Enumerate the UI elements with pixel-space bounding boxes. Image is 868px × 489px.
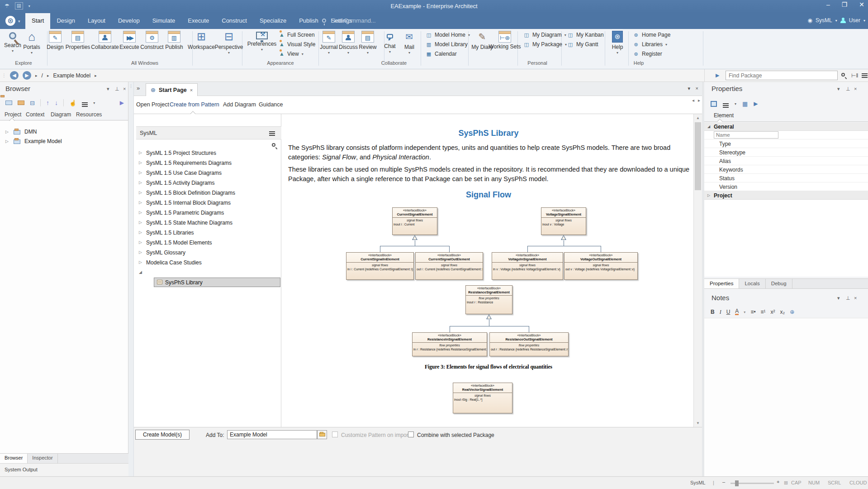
breadcrumb-arrow-icon[interactable]: ▸ [35, 73, 38, 78]
close-button[interactable]: ✕ [859, 1, 864, 8]
browser-menu-icon[interactable] [82, 102, 88, 103]
breadcrumb-item[interactable]: Example Model [53, 72, 90, 79]
expand-triangle-icon[interactable]: ▷ [5, 129, 9, 134]
pattern-item-sysphs[interactable]: ◢ [136, 268, 281, 278]
mail-button[interactable]: ✉ Mail ▾ [397, 31, 422, 55]
layout-grid-icon[interactable]: ⊞ [784, 480, 788, 486]
tab-locals[interactable]: Locals [739, 279, 765, 288]
ribbon-tab-simulate[interactable]: Simulate [146, 13, 182, 29]
property-row-stereotype[interactable]: Stereotype [704, 148, 868, 157]
tabstrip-close-icon[interactable]: × [696, 86, 698, 91]
tree-item-example-model[interactable]: ▷ Example Model [0, 137, 128, 146]
perspective-caret-icon[interactable]: ▾ [835, 19, 837, 23]
element-appearance-icon[interactable]: ▦ [742, 101, 748, 107]
document-scrollbar[interactable]: ▲ ▼ [693, 114, 702, 427]
tree-item-dmn[interactable]: ▷ DMN [0, 127, 128, 137]
ribbon-tab-construct[interactable]: Construct [215, 13, 253, 29]
model-home-button[interactable]: ◫ Model Home ▾ [426, 32, 470, 38]
navigate-back-button[interactable]: ◀ [10, 71, 19, 80]
browser-dropdown-icon[interactable]: ▾ [107, 86, 109, 92]
navigate-forward-button[interactable]: ▶ [23, 71, 31, 80]
portals-button[interactable]: ⌂ Portals ▾ [19, 31, 44, 55]
dock-tab-browser[interactable]: Browser [0, 454, 28, 463]
browser-pin-icon[interactable]: ⊥ [115, 86, 119, 92]
nav-add-diagram[interactable]: Add Diagram [223, 101, 256, 108]
hyperlink-globe-icon[interactable]: ⊕ [790, 309, 794, 315]
model-hierarchy-icon[interactable]: ⊟ [30, 100, 35, 106]
columns-icon[interactable]: ⊢‖ [851, 72, 858, 79]
pattern-item[interactable]: ▷SysML 1.5 State Machine Diagrams [136, 218, 281, 228]
user-selector[interactable]: User [849, 17, 860, 24]
pattern-search-icon[interactable] [272, 143, 275, 147]
view-button[interactable]: ▲ View ▾ [279, 51, 315, 57]
home-page-button[interactable]: ⊛ Home Page [633, 32, 670, 38]
italic-button[interactable]: I [720, 309, 721, 316]
uml-block-current-signal-in-element[interactable]: «interfaceBlock»CurrentSignalInElement s… [346, 252, 414, 280]
start-page-tab[interactable]: ⊛ Start Page × [146, 83, 198, 96]
property-row-type[interactable]: Type [704, 139, 868, 148]
expand-triangle-icon[interactable]: ▷ [5, 139, 9, 144]
save-icon[interactable] [711, 101, 717, 107]
notes-pin-icon[interactable]: ⊥ [846, 295, 850, 301]
minimize-button[interactable]: – [826, 1, 830, 8]
notes-close-icon[interactable]: × [854, 295, 857, 301]
folder-icon[interactable] [18, 101, 24, 105]
properties-window-button[interactable]: ▤ Properties [65, 31, 90, 50]
expand-triangle-icon[interactable]: ▷ [707, 193, 710, 197]
collapse-triangle-icon[interactable]: ◢ [707, 125, 710, 129]
ribbon-tab-publish[interactable]: Publish [293, 13, 325, 29]
my-gantt-button[interactable]: ◫ My Gantt [567, 41, 604, 48]
tab-diagram[interactable]: Diagram [51, 111, 71, 118]
find-command[interactable]: Find Command... [322, 17, 376, 24]
pattern-item[interactable]: ▷SysML 1.5 Activity Diagrams [136, 178, 281, 188]
pattern-item[interactable]: ▷SysML 1.5 Block Definition Diagrams [136, 188, 281, 198]
uml-block-resistance-signal-element[interactable]: «interfaceBlock»ResistanceSignalElement … [465, 285, 512, 314]
property-row-alias[interactable]: Alias [704, 157, 868, 165]
my-diagram-button[interactable]: ◫ My Diagram ▾ [523, 32, 567, 38]
properties-close-icon[interactable]: × [854, 86, 857, 91]
ea-logo-caret-icon[interactable]: ▾ [18, 19, 20, 24]
design-window-button[interactable]: ✎ Design [43, 31, 68, 50]
pattern-item-sysphs-library[interactable]: SysPhS Library [136, 278, 281, 288]
locate-icon[interactable]: ☝ [69, 100, 76, 106]
perspective-selector[interactable]: SysML [816, 17, 832, 24]
page-right-icon[interactable]: ▸ [698, 98, 700, 103]
bold-button[interactable]: B [711, 309, 715, 315]
page-left-icon[interactable]: ◂ [692, 98, 694, 103]
browse-package-button[interactable] [317, 430, 327, 439]
calendar-button[interactable]: ▦ Calendar [426, 51, 470, 57]
properties-menu-icon[interactable] [723, 103, 729, 104]
ribbon-tab-execute[interactable]: Execute [181, 13, 215, 29]
property-row-keywords[interactable]: Keywords [704, 165, 868, 174]
zoom-in-icon[interactable]: + [777, 479, 779, 484]
tabstrip-dropdown-icon[interactable]: ▾ [688, 86, 690, 91]
my-package-button[interactable]: ◫ My Package ▾ [523, 41, 567, 48]
publish-window-button[interactable]: ▥ Publish [161, 31, 187, 50]
new-model-icon[interactable] [5, 101, 12, 105]
zoom-slider-thumb[interactable] [735, 480, 739, 486]
numbered-list-button[interactable]: ≡¹ [761, 309, 766, 315]
scrollbar-thumb[interactable] [695, 122, 701, 190]
toolbar-overflow-icon[interactable]: ▶ [120, 100, 124, 106]
tab-context[interactable]: Context [26, 111, 44, 118]
visual-style-button[interactable]: ▲ Visual Style [279, 41, 315, 48]
restore-button[interactable]: ❐ [842, 1, 848, 8]
nav-guidance[interactable]: Guidance [259, 101, 283, 108]
customize-pattern-checkbox[interactable] [332, 431, 338, 437]
pattern-item[interactable]: ▷SysML 1.5 Libraries [136, 228, 281, 238]
hamburger-menu-icon[interactable] [862, 73, 868, 74]
my-kanban-button[interactable]: ◫ My Kanban [567, 32, 604, 38]
name-field[interactable] [714, 131, 778, 139]
tab-project[interactable]: Project [5, 111, 21, 118]
scroll-up-icon[interactable]: ▲ [694, 114, 702, 122]
move-down-icon[interactable]: ↓ [55, 99, 58, 106]
pattern-item[interactable]: ▷SysML 1.5 Parametric Diagrams [136, 208, 281, 218]
uml-block-resistance-out-signal-element[interactable]: «interfaceBlock»ResistanceOutSignalEleme… [489, 332, 569, 356]
help-button[interactable]: ⊛ Help ▾ [605, 31, 630, 55]
notes-content[interactable] [704, 318, 868, 476]
pattern-item[interactable]: ▷SysML 1.5 Project Structures [136, 148, 281, 158]
pattern-item[interactable]: ▷SysML 1.5 Use Case Diagrams [136, 168, 281, 178]
add-to-input[interactable] [227, 430, 317, 439]
dock-tab-inspector[interactable]: Inspector [28, 454, 57, 463]
start-page-close-icon[interactable]: × [190, 87, 193, 93]
